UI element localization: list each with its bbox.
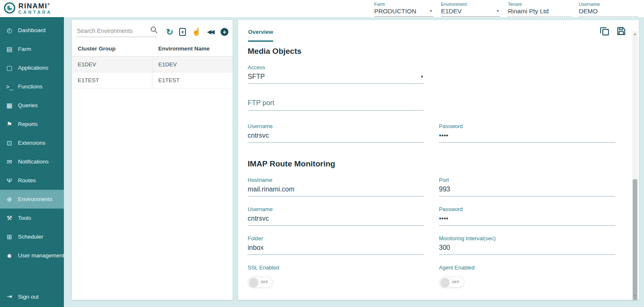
chevron-down-icon: ▼ xyxy=(429,9,433,13)
first-page-icon[interactable]: ◀◀ xyxy=(207,28,215,35)
environment-select[interactable]: Environment E1DEV ▼ xyxy=(441,2,500,17)
sidebar-item-label: Applications xyxy=(18,65,48,71)
add-environment-icon[interactable]: + xyxy=(221,28,228,36)
port-value: 993 xyxy=(439,186,450,193)
toggle-state-label: OFF xyxy=(261,280,268,284)
sidebar-item-functions[interactable]: >_ Functions xyxy=(0,77,64,96)
tenant-field: Tenant Rinami Pty Ltd xyxy=(508,2,571,17)
tenant-value: Rinami Pty Ltd xyxy=(508,8,549,15)
tab-overview[interactable]: Overview xyxy=(248,29,273,42)
sidebar-item-tools[interactable]: ⚒ Tools xyxy=(0,209,64,227)
cell-environment-name[interactable]: E1DEV xyxy=(152,57,233,72)
monitoring-interval-field[interactable]: Monitoring Interval(sec) 300 xyxy=(439,235,615,255)
sidebar-item-label: Scheduler xyxy=(18,234,43,240)
hostname-field[interactable]: Hostname mail.rinami.com xyxy=(248,177,424,196)
sidebar-item-label: Environments xyxy=(18,196,53,202)
folder-field[interactable]: Folder inbox xyxy=(248,235,424,255)
detail-tabbar: Overview xyxy=(238,20,639,42)
top-header: RINAMI® CANTARA Farm PRODUCTION ▼ Enviro… xyxy=(0,0,644,17)
table-row[interactable]: E1TEST E1TEST xyxy=(72,73,233,88)
folder-value: inbox xyxy=(248,244,264,252)
search-input[interactable] xyxy=(76,27,148,35)
scrollbar-thumb[interactable] xyxy=(633,179,637,300)
sidebar-item-label: Reports xyxy=(18,121,38,127)
sidebar-item-label: Tools xyxy=(18,215,31,221)
select-hand-icon[interactable]: ☝ xyxy=(192,28,201,35)
access-field[interactable]: Access SFTP ▼ xyxy=(248,64,424,84)
vertical-scrollbar[interactable]: ▲ ▼ xyxy=(632,31,638,299)
sidebar-item-label: Dashboard xyxy=(18,27,46,33)
imap-username-field[interactable]: Username cntrsvc xyxy=(248,206,424,226)
sidebar-item-routes[interactable]: Ψ Routes xyxy=(0,171,64,190)
agent-enabled-toggle[interactable]: OFF xyxy=(439,276,464,288)
sign-out-label: Sign out xyxy=(18,294,39,300)
dashboard-icon: ◴ xyxy=(5,27,13,34)
chevron-down-icon: ▼ xyxy=(420,75,424,79)
sidebar-item-label: Extensions xyxy=(18,140,46,146)
sidebar-spacer xyxy=(0,265,64,289)
sidebar-item-environments[interactable]: ⊕ Environments xyxy=(0,190,64,209)
environments-list-panel: ↻ x ☝ ◀◀ + Cluster Group Environment Nam… xyxy=(72,20,233,300)
monitoring-interval-label: Monitoring Interval(sec) xyxy=(439,235,615,242)
media-password-field[interactable]: Password •••• xyxy=(439,123,615,143)
media-password-value: •••• xyxy=(439,132,448,139)
envelope-icon: ✉ xyxy=(5,158,13,166)
ftp-port-label: FTP port xyxy=(248,99,424,111)
sidebar-item-extensions[interactable]: ⊡ Extensions xyxy=(0,133,64,152)
cell-environment-name[interactable]: E1TEST xyxy=(152,73,233,88)
sidebar-item-queries[interactable]: ▦ Queries xyxy=(0,96,64,115)
sidebar-item-label: Functions xyxy=(18,83,43,90)
imap-username-value: cntrsvc xyxy=(248,215,269,222)
environment-value: E1DEV xyxy=(441,8,461,15)
sidebar-item-user-management[interactable]: ☻ User management xyxy=(0,246,64,265)
refresh-icon[interactable]: ↻ xyxy=(166,28,173,36)
farm-label: Farm xyxy=(374,2,434,7)
search-field[interactable] xyxy=(76,26,157,37)
export-excel-icon[interactable]: x xyxy=(179,28,186,36)
ssl-enabled-toggle[interactable]: OFF xyxy=(248,276,273,288)
environment-detail-panel: Overview Media Obj xyxy=(238,20,639,300)
tenant-label: Tenant xyxy=(508,2,571,7)
sidebar-item-label: Notifications xyxy=(18,159,49,165)
sidebar-item-farm[interactable]: ▤ Farm xyxy=(0,40,64,58)
access-value: SFTP xyxy=(248,73,265,81)
cell-cluster-group[interactable]: E1TEST xyxy=(72,73,152,88)
globe-icon: ⊕ xyxy=(5,196,13,203)
port-field[interactable]: Port 993 xyxy=(439,177,615,196)
sidebar-item-label: User management xyxy=(18,252,64,259)
ftp-port-field[interactable]: FTP port xyxy=(248,99,424,111)
toggle-state-label: OFF xyxy=(452,280,459,284)
sidebar-item-dashboard[interactable]: ◴ Dashboard xyxy=(0,21,64,40)
media-username-label: Username xyxy=(248,123,424,129)
copy-icon[interactable] xyxy=(599,26,610,38)
column-header-environment-name: Environment Name xyxy=(152,41,233,56)
agent-enabled-field: Agent Enabled OFF xyxy=(439,264,615,288)
sidebar-item-notifications[interactable]: ✉ Notifications xyxy=(0,152,64,171)
imap-password-field[interactable]: Password •••• xyxy=(439,206,615,226)
port-label: Port xyxy=(439,177,615,183)
column-header-cluster-group: Cluster Group xyxy=(72,41,152,56)
sidebar-item-label: Queries xyxy=(18,102,38,108)
cell-cluster-group[interactable]: E1DEV xyxy=(72,57,152,72)
sidebar-item-applications[interactable]: ▢ Applications xyxy=(0,58,64,77)
username-label: Username xyxy=(579,2,638,7)
scroll-down-icon[interactable]: ▼ xyxy=(632,294,638,298)
media-username-value: cntrsvc xyxy=(248,132,269,139)
grid-icon: ▦ xyxy=(5,102,13,109)
scroll-up-icon[interactable]: ▲ xyxy=(632,32,638,36)
farm-select[interactable]: Farm PRODUCTION ▼ xyxy=(374,2,434,17)
sign-out-icon: ⇥ xyxy=(5,293,13,300)
sidebar-item-label: Routes xyxy=(18,177,36,184)
app-logo: RINAMI® CANTARA xyxy=(3,2,52,16)
search-icon[interactable] xyxy=(150,26,157,35)
table-row[interactable]: E1DEV E1DEV xyxy=(72,57,233,73)
save-icon[interactable] xyxy=(616,26,626,38)
sidebar-item-reports[interactable]: ⚑ Reports xyxy=(0,115,64,133)
list-toolbar: ↻ x ☝ ◀◀ + xyxy=(72,20,233,41)
detail-body: Media Objects Access SFTP ▼ FTP port xyxy=(238,47,639,288)
sign-out-button[interactable]: ⇥ Sign out xyxy=(0,289,64,304)
farm-value: PRODUCTION xyxy=(374,8,416,15)
logo-text: RINAMI® CANTARA xyxy=(18,3,52,15)
sidebar-item-scheduler[interactable]: ⊞ Scheduler xyxy=(0,227,64,246)
media-username-field[interactable]: Username cntrsvc xyxy=(248,123,424,143)
